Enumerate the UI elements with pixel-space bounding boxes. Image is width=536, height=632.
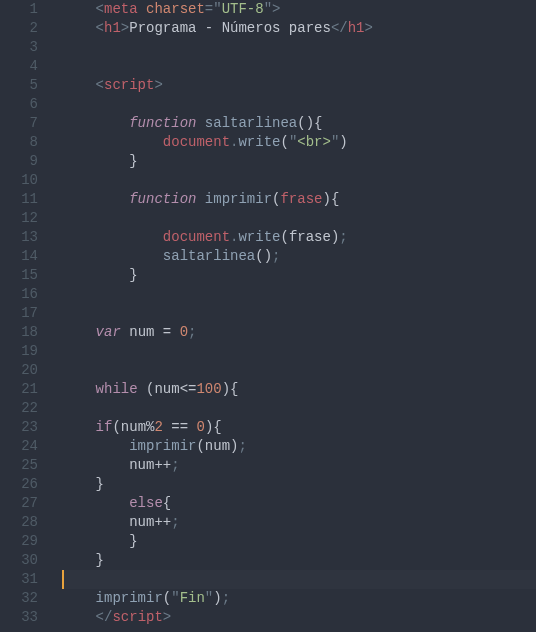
token-kw2: if [96,419,113,435]
token-text [138,1,146,17]
token-kw2: else [129,495,163,511]
token-text: num [129,324,154,340]
token-bracket: { [163,495,171,511]
token-text [154,324,162,340]
token-text: num [205,438,230,454]
line-number: 32 [0,589,38,608]
token-kw: function [129,115,196,131]
code-line[interactable] [62,38,536,57]
line-number: 2 [0,19,38,38]
token-bracket: () [255,248,272,264]
line-number: 29 [0,532,38,551]
token-bracket: ) [339,134,347,150]
code-line[interactable] [62,95,536,114]
line-number: 23 [0,418,38,437]
code-line[interactable]: </script> [62,608,536,627]
line-number: 8 [0,133,38,152]
line-number-gutter: 1234567891011121314151617181920212223242… [0,0,48,632]
line-number: 16 [0,285,38,304]
token-op: <= [180,381,197,397]
line-number: 28 [0,513,38,532]
code-line[interactable]: else{ [62,494,536,513]
token-bracket: ) [222,381,230,397]
token-kw2: while [96,381,138,397]
code-line[interactable] [62,209,536,228]
token-punc: > [365,20,373,36]
code-line[interactable]: while (num<=100){ [62,380,536,399]
token-text: num [121,419,146,435]
token-fn: imprimir [96,590,163,606]
code-line[interactable]: } [62,152,536,171]
token-kw: var [96,324,121,340]
code-line[interactable]: } [62,551,536,570]
code-line[interactable]: num++; [62,513,536,532]
code-line[interactable]: function saltarlinea(){ [62,114,536,133]
token-punc: > [154,77,162,93]
token-text: num [154,381,179,397]
code-editor[interactable]: 1234567891011121314151617181920212223242… [0,0,536,632]
token-tag: h1 [348,20,365,36]
token-punc: < [96,20,104,36]
code-line[interactable] [62,285,536,304]
code-line[interactable]: num++; [62,456,536,475]
code-line[interactable]: } [62,475,536,494]
code-line[interactable]: imprimir("Fin"); [62,589,536,608]
code-line[interactable]: var num = 0; [62,323,536,342]
token-op: = [163,324,171,340]
token-bracket: } [129,153,137,169]
token-text [196,191,204,207]
code-line[interactable]: } [62,266,536,285]
token-punc: = [205,1,213,17]
token-bracket: ( [112,419,120,435]
code-line[interactable] [62,570,536,589]
token-tag: h1 [104,20,121,36]
token-punc: ; [222,590,230,606]
code-line[interactable]: document.write("<br>") [62,133,536,152]
token-text [163,419,171,435]
token-punc: > [272,1,280,17]
code-line[interactable]: <h1>Programa - Números pares</h1> [62,19,536,38]
token-punc: ; [339,229,347,245]
token-bracket: ( [280,134,288,150]
token-punc: < [96,77,104,93]
token-punc: " [171,590,179,606]
token-bracket: ) [213,590,221,606]
token-num: 100 [196,381,221,397]
text-cursor [62,570,64,589]
code-line[interactable] [62,361,536,380]
code-line[interactable]: if(num%2 == 0){ [62,418,536,437]
code-line[interactable]: <meta charset="UTF-8"> [62,0,536,19]
token-fn: write [238,134,280,150]
token-kw: function [129,191,196,207]
token-punc: ; [238,438,246,454]
line-number: 11 [0,190,38,209]
code-line[interactable] [62,57,536,76]
token-op: == [171,419,188,435]
code-line[interactable]: imprimir(num); [62,437,536,456]
line-number: 7 [0,114,38,133]
token-punc: > [121,20,129,36]
line-number: 20 [0,361,38,380]
token-op: ++ [154,514,171,530]
line-number: 9 [0,152,38,171]
token-bracket: } [96,552,104,568]
code-line[interactable]: function imprimir(frase){ [62,190,536,209]
code-area[interactable]: <meta charset="UTF-8"> <h1>Programa - Nú… [48,0,536,632]
line-number: 26 [0,475,38,494]
token-bracket: { [331,191,339,207]
code-line[interactable] [62,342,536,361]
token-tag: script [112,609,162,625]
code-line[interactable]: document.write(frase); [62,228,536,247]
token-punc: " [264,1,272,17]
code-line[interactable]: <script> [62,76,536,95]
line-number: 19 [0,342,38,361]
code-line[interactable]: } [62,532,536,551]
token-text [171,324,179,340]
code-line[interactable] [62,304,536,323]
token-bracket: { [213,419,221,435]
code-line[interactable]: saltarlinea(); [62,247,536,266]
token-text: Programa - Números pares [129,20,331,36]
line-number: 18 [0,323,38,342]
code-line[interactable] [62,171,536,190]
code-line[interactable] [62,399,536,418]
